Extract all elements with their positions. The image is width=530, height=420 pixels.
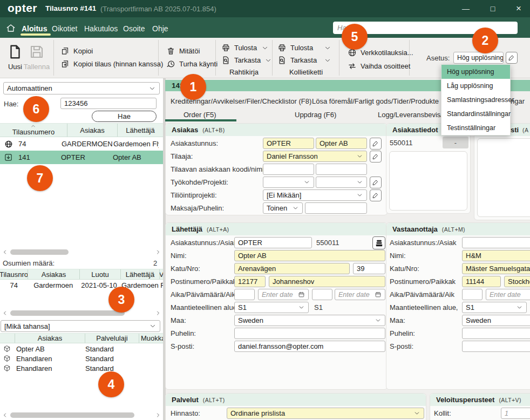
print-label-button[interactable]: Tulosta [277, 43, 331, 52]
sender-street-number-field[interactable]: 39 [353, 263, 385, 274]
nav-item-hakutulos[interactable]: Hakutulos [84, 24, 118, 33]
sender-city-field[interactable]: Johanneshov [269, 276, 385, 287]
check-waybill-button[interactable]: Tarkasta [221, 56, 269, 65]
copy-address-button[interactable] [372, 236, 385, 249]
menu-item-hog-upplosning[interactable]: Hög upplösning [441, 65, 510, 79]
kollit-field[interactable]: 1 [501, 408, 530, 419]
void-button[interactable]: Mitätöi [166, 46, 200, 56]
sender-street-field[interactable]: Arenavägen [234, 263, 350, 274]
menu-item-lag-upplosning[interactable]: Låg upplösning [441, 79, 510, 93]
edit-setting-button[interactable] [506, 52, 518, 64]
scrollbar-thumb[interactable] [10, 249, 69, 255]
result-row-74[interactable]: 74 GARDERMOEN Gardemoen Flyg [0, 137, 163, 151]
scroll-right-icon[interactable] [155, 412, 161, 418]
sender-date2-field[interactable]: Enter date [335, 289, 385, 300]
menu-item-samlastningsadresser[interactable]: Samlastningsadresser [441, 93, 510, 107]
customers-scrollbar[interactable] [0, 410, 163, 420]
nav-item-oikotiet[interactable]: Oikotiet [52, 24, 77, 33]
swap-addresses-button[interactable]: Vaihda osoitteet [348, 62, 410, 71]
print-waybill-button[interactable]: Tulosta [221, 43, 269, 52]
results-horizontal-scrollbar[interactable] [0, 247, 163, 257]
tab-losa-foremal[interactable]: Lösa föremål/Farligt gods/Tider/Produkte [312, 97, 440, 105]
futile-visit-button[interactable]: Turha käynti [166, 59, 218, 69]
receiver-date-field[interactable]: Enter date [486, 289, 530, 300]
customer-row[interactable]: Ehandlaren Standard [0, 354, 163, 363]
receiver-zone-dropdown[interactable]: S1 [462, 302, 527, 313]
column-header-muokkaaja[interactable]: Muokkaaja [139, 334, 163, 343]
copy-button[interactable]: Kopioi [60, 46, 93, 56]
chevron-down-icon[interactable] [264, 57, 272, 64]
project-dropdown[interactable] [316, 177, 367, 188]
customer-name-field[interactable]: Opter AB [316, 138, 367, 149]
receiver-email-field[interactable] [462, 341, 530, 352]
chevron-down-icon[interactable] [324, 44, 331, 52]
receiver-country-dropdown[interactable]: Sweden [462, 315, 530, 326]
receiver-customer-code-field[interactable] [462, 237, 530, 248]
tab-uppdrag-f6[interactable]: Uppdrag (F6) [295, 111, 336, 119]
collapse-button[interactable]: - [443, 137, 468, 148]
previous-orders-scrollbar[interactable] [0, 308, 163, 318]
calendar-icon[interactable] [298, 291, 305, 298]
ordering-customer-name-field[interactable] [316, 164, 367, 175]
close-button[interactable]: × [511, 2, 527, 15]
menu-item-testinstallningar[interactable]: Testinställningar [441, 121, 510, 135]
sender-time-field[interactable] [234, 289, 255, 300]
receiver-city-field[interactable]: Stockholm [504, 276, 530, 287]
edit-orderer-button[interactable] [370, 151, 382, 162]
home-icon[interactable] [6, 23, 16, 33]
setting-dropdown[interactable]: Hög upplösning [453, 52, 504, 64]
customer-code-field[interactable]: OPTER [263, 138, 314, 149]
sender-zone-dropdown[interactable]: S1 [234, 302, 309, 313]
scroll-left-icon[interactable] [2, 412, 8, 418]
web-orders-button[interactable]: Verkkotilauksia... [348, 48, 413, 57]
customer-row[interactable]: Opter AB Standard [0, 344, 163, 354]
copy-order-with-price-button[interactable]: Kopioi tilaus (hinnan kanssa) [60, 59, 163, 69]
edit-accounting-project-button[interactable] [370, 189, 382, 201]
sender-customer-code-field[interactable]: OPTER [234, 237, 312, 248]
receiver-name-field[interactable]: H&M [462, 250, 530, 261]
search-number-input[interactable] [60, 98, 157, 109]
save-button[interactable]: Tallenna [22, 43, 52, 71]
payer-phone-field[interactable] [305, 202, 367, 214]
hae-search-button[interactable]: Hae [92, 111, 157, 122]
pricelist-dropdown[interactable]: Ordinarie prislista [227, 408, 424, 419]
column-header-asiakas[interactable]: Asiakas [28, 269, 80, 279]
calendar-icon[interactable] [375, 291, 382, 298]
scroll-right-icon[interactable] [155, 249, 161, 255]
sender-email-field[interactable]: daniel.fransson@opter.com [234, 341, 385, 352]
chevron-down-icon[interactable] [261, 44, 269, 52]
search-type-dropdown[interactable]: Automaattinen [3, 82, 160, 94]
customer-row[interactable]: Ehandlaren Standard [0, 363, 163, 373]
sender-time2-field[interactable] [312, 289, 332, 300]
column-header-clipped[interactable]: V [160, 269, 163, 279]
column-header-tilausnumero[interactable]: Tilausnumero [0, 124, 67, 137]
edit-project-button[interactable] [370, 177, 382, 188]
column-header-lahettaja[interactable]: Lähettäjä [121, 269, 160, 279]
edit-customer-button[interactable] [370, 138, 382, 150]
scrollbar-thumb[interactable] [10, 412, 134, 418]
receiver-phone-field[interactable] [462, 328, 530, 339]
scroll-left-icon[interactable] [2, 310, 8, 316]
ordering-customer-code-field[interactable] [263, 164, 314, 175]
payer-dropdown[interactable]: Toinen [263, 202, 303, 214]
result-row-141-selected[interactable]: 141 OPTER Opter AB [0, 151, 163, 164]
scrollbar-thumb[interactable] [10, 310, 125, 316]
nav-item-ohje[interactable]: Ohje [152, 24, 168, 33]
chevron-down-icon[interactable] [324, 57, 331, 64]
sender-phone-field[interactable] [234, 328, 385, 339]
accounting-project-dropdown[interactable]: [Ei Mikään] [263, 189, 367, 201]
minimize-button[interactable]: — [458, 2, 474, 15]
check-label-button[interactable]: Tarkasta [277, 56, 331, 65]
scroll-right-icon[interactable] [155, 310, 161, 316]
column-header-asiakas[interactable]: Asiakas [15, 334, 85, 343]
column-header-luotu[interactable]: Luotu [80, 269, 121, 279]
sender-date-field[interactable]: Enter date [258, 289, 309, 300]
receiver-zip-field[interactable]: 11144 [462, 276, 501, 287]
tab-order-f5[interactable]: Order (F5) [184, 111, 216, 119]
column-header-tilausnro[interactable]: Tilausnro [0, 269, 28, 279]
nav-item-aloitus[interactable]: Aloitus [22, 24, 47, 33]
viesti-textarea[interactable] [477, 138, 530, 217]
previous-order-row[interactable]: 74 Gardermoen 2021-05-10 Gardemoen F [0, 280, 163, 290]
column-header-asiakas[interactable]: Asiakas [67, 124, 118, 137]
receiver-time-field[interactable] [462, 289, 483, 300]
